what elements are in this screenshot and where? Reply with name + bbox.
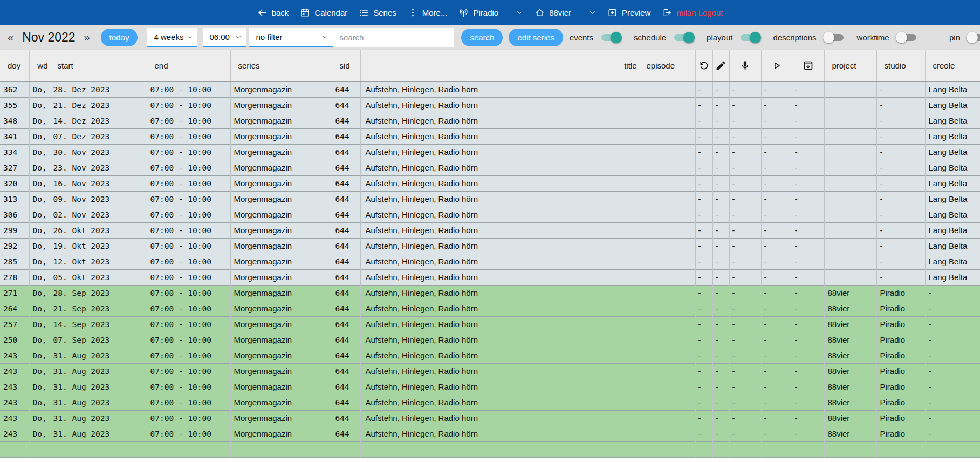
schedule-row[interactable]: 285Do,12. Okt 202307:00 - 10:00Morgenmag… [0, 254, 980, 269]
cell-creole: Lang Belta [925, 207, 980, 222]
cell-title: Aufstehn, Hinlegen, Radio hörn [360, 395, 639, 410]
cell-a3: - [729, 207, 761, 222]
cell-start: 28. Sep 2023 [50, 285, 147, 301]
cell-a5: - [792, 238, 824, 254]
cell-a5: - [792, 301, 824, 316]
schedule-row[interactable]: 257Do,14. Sep 202307:00 - 10:00Morgenmag… [0, 316, 980, 332]
schedule-row[interactable]: 278Do,05. Okt 202307:00 - 10:00Morgenmag… [0, 269, 980, 285]
schedule-row[interactable]: 243Do,31. Aug 202307:00 - 10:00Morgenmag… [0, 426, 980, 441]
schedule-row[interactable]: 243Do,31. Aug 202307:00 - 10:00Morgenmag… [0, 363, 980, 379]
cell-wd: Do, [29, 410, 50, 426]
cell-wd: Do, [29, 175, 50, 191]
channel-menu[interactable]: 88vier [534, 8, 596, 18]
cell-series: Morgenmagazin [230, 113, 332, 128]
descriptions-toggle[interactable] [824, 33, 844, 42]
cell-a4: - [761, 81, 792, 97]
cell-a2: - [712, 395, 729, 410]
cell-a2: - [712, 97, 729, 113]
events-toggle[interactable] [601, 33, 621, 42]
cell-studio: Piradio [876, 285, 925, 301]
cell-a4: - [761, 175, 792, 191]
nav-item-more[interactable]: More... [408, 8, 448, 18]
cell-series [230, 441, 332, 457]
cell-a5: - [792, 348, 824, 363]
cell-a1: - [695, 269, 712, 285]
cell-a3: - [729, 348, 761, 363]
cell-end: 07:00 - 10:00 [147, 160, 230, 175]
time-select-value: 06:00 [209, 32, 230, 42]
edit-series-button[interactable]: edit series [509, 29, 563, 46]
cell-creole: - [925, 348, 980, 363]
playout-toggle[interactable] [740, 33, 760, 42]
cell-end: 07:00 - 10:00 [147, 175, 230, 191]
cell-a1: - [695, 238, 712, 254]
cell-a2 [712, 441, 729, 457]
cell-a4: - [761, 128, 792, 144]
back-button[interactable]: back [257, 8, 289, 18]
nav-item-calendar[interactable]: Calendar [300, 8, 347, 18]
cell-project [824, 207, 876, 222]
cell-a5: - [792, 97, 824, 113]
cell-wd: Do, [29, 269, 50, 285]
preview-button[interactable]: Preview [607, 8, 650, 18]
today-button[interactable]: today [101, 29, 138, 46]
cell-start: 02. Nov 2023 [50, 207, 147, 222]
schedule-row[interactable]: 264Do,21. Sep 202307:00 - 10:00Morgenmag… [0, 301, 980, 316]
cell-wd: Do, [29, 128, 50, 144]
range-select[interactable]: 4 weeks [147, 28, 197, 47]
cell-end: 07:00 - 10:00 [147, 254, 230, 269]
schedule-row[interactable]: 327Do,23. Nov 202307:00 - 10:00Morgenmag… [0, 160, 980, 175]
cell-studio: - [876, 238, 925, 254]
cell-series: Morgenmagazin [230, 254, 332, 269]
schedule-row[interactable]: 243Do,31. Aug 202307:00 - 10:00Morgenmag… [0, 348, 980, 363]
more-label: More... [422, 8, 448, 17]
cell-a3: - [729, 81, 761, 97]
worktime-toggle[interactable] [897, 33, 917, 42]
schedule-row[interactable]: 243Do,31. Aug 202307:00 - 10:00Morgenmag… [0, 395, 980, 410]
schedule-row[interactable]: 348Do,14. Dez 202307:00 - 10:00Morgenmag… [0, 113, 980, 128]
schedule-row[interactable]: 250Do,07. Sep 202307:00 - 10:00Morgenmag… [0, 332, 980, 348]
search-button[interactable]: search [461, 29, 503, 46]
schedule-row[interactable]: 306Do,02. Nov 202307:00 - 10:00Morgenmag… [0, 207, 980, 222]
schedule-row[interactable]: 243Do,31. Aug 202307:00 - 10:00Morgenmag… [0, 410, 980, 426]
schedule-row[interactable]: 355Do,21. Dez 202307:00 - 10:00Morgenmag… [0, 97, 980, 113]
schedule-row[interactable]: 320Do,16. Nov 202307:00 - 10:00Morgenmag… [0, 175, 980, 191]
schedule-row[interactable] [0, 441, 980, 457]
cell-creole: Lang Belta [925, 269, 980, 285]
schedule-row[interactable]: 362Do,28. Dez 202307:00 - 10:00Morgenmag… [0, 81, 980, 97]
pin-toggle[interactable] [968, 33, 980, 42]
logout-button[interactable]: milan Logout [662, 8, 723, 18]
station-menu[interactable]: Piradio [458, 8, 523, 18]
cell-a3 [729, 441, 761, 457]
schedule-row[interactable]: 334Do,30. Nov 202307:00 - 10:00Morgenmag… [0, 144, 980, 160]
next-period-button[interactable]: » [82, 31, 92, 44]
schedule-toggle[interactable] [674, 33, 694, 42]
schedule-row[interactable]: 313Do,09. Nov 202307:00 - 10:00Morgenmag… [0, 191, 980, 207]
cell-end: 07:00 - 10:00 [147, 191, 230, 207]
cell-a5: - [792, 144, 824, 160]
cell-project: 88vier [824, 332, 876, 348]
cell-doy: 355 [0, 97, 29, 113]
schedule-row[interactable]: 341Do,07. Dez 202307:00 - 10:00Morgenmag… [0, 128, 980, 144]
schedule-row[interactable]: 243Do,31. Aug 202307:00 - 10:00Morgenmag… [0, 379, 980, 395]
cell-creole: Lang Belta [925, 222, 980, 238]
cell-end: 07:00 - 10:00 [147, 348, 230, 363]
nav-item-series[interactable]: Series [359, 8, 396, 18]
time-select[interactable]: 06:00 [203, 28, 246, 47]
filter-select[interactable]: no filter [249, 28, 333, 47]
range-select-value: 4 weeks [154, 32, 183, 42]
schedule-row[interactable]: 271Do,28. Sep 202307:00 - 10:00Morgenmag… [0, 285, 980, 301]
cell-title: Aufstehn, Hinlegen, Radio hörn [360, 191, 639, 207]
list-icon [359, 8, 369, 18]
cell-wd: Do, [29, 426, 50, 441]
prev-period-button[interactable]: « [5, 31, 16, 44]
logout-label: milan Logout [676, 8, 723, 17]
cell-studio: - [876, 207, 925, 222]
schedule-row[interactable]: 299Do,26. Okt 202307:00 - 10:00Morgenmag… [0, 222, 980, 238]
cell-a5 [792, 441, 824, 457]
cell-project: 88vier [824, 363, 876, 379]
schedule-row[interactable]: 292Do,19. Okt 202307:00 - 10:00Morgenmag… [0, 238, 980, 254]
cell-sid: 644 [332, 144, 360, 160]
cell-title: Aufstehn, Hinlegen, Radio hörn [360, 316, 639, 332]
search-input[interactable] [333, 28, 454, 47]
